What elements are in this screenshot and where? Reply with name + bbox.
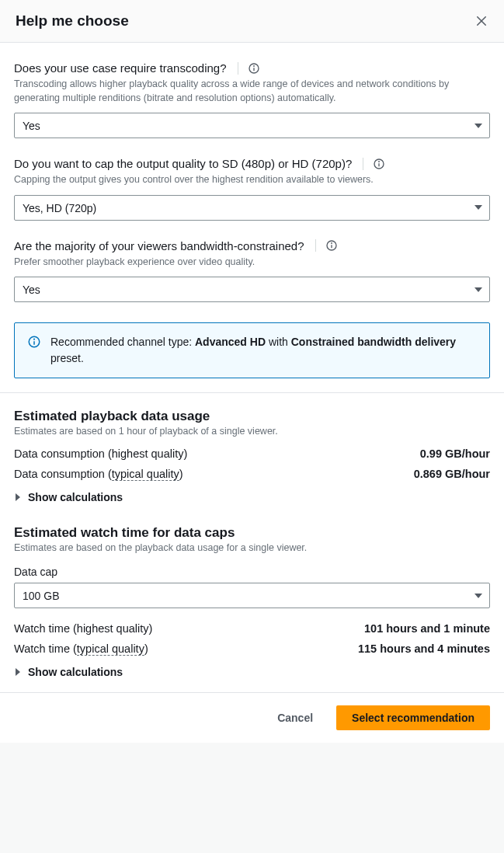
question-bandwidth: Are the majority of your viewers bandwid… xyxy=(14,221,490,303)
watch-row-highest: Watch time (highest quality) 101 hours a… xyxy=(14,622,490,635)
usage-hint: Estimates are based on 1 hour of playbac… xyxy=(14,426,490,437)
svg-point-4 xyxy=(253,65,254,66)
info-icon[interactable] xyxy=(325,239,338,252)
usage-title: Estimated playback data usage xyxy=(14,409,490,424)
row-label: Watch time (highest quality) xyxy=(14,622,152,635)
row-label: Data consumption (typical quality) xyxy=(14,468,183,480)
recommendation-text: Recommended channel type: Advanced HD wi… xyxy=(50,334,477,367)
datacap-select[interactable]: 100 GB xyxy=(14,583,490,608)
rec-type: Advanced HD xyxy=(195,336,266,348)
question-label: Are the majority of your viewers bandwid… xyxy=(14,239,304,252)
row-value: 0.99 GB/hour xyxy=(420,447,490,460)
question-label: Do you want to cap the output quality to… xyxy=(14,157,352,170)
typical-quality-tooltip[interactable]: typical quality xyxy=(77,642,144,656)
dialog-body: Does your use case require transcoding? … xyxy=(0,43,504,692)
row-label: Watch time (typical quality) xyxy=(14,642,148,655)
expander-label: Show calculations xyxy=(28,491,123,503)
rec-suffix: preset. xyxy=(50,352,84,364)
datacap-label: Data cap xyxy=(14,566,490,578)
dialog-header: Help me choose xyxy=(0,0,504,43)
bandwidth-select[interactable]: Yes xyxy=(14,277,490,302)
divider xyxy=(0,392,504,393)
chevron-right-icon xyxy=(14,668,22,676)
info-icon xyxy=(27,335,41,349)
question-hint: Capping the output gives you control ove… xyxy=(14,173,490,187)
show-calculations-watch[interactable]: Show calculations xyxy=(14,666,490,678)
divider xyxy=(363,158,363,170)
question-hint: Prefer smoother playback experience over… xyxy=(14,256,490,270)
divider xyxy=(238,62,238,75)
row-value: 115 hours and 4 minutes xyxy=(358,642,490,655)
rec-prefix: Recommended channel type: xyxy=(50,336,195,348)
info-icon[interactable] xyxy=(373,158,385,170)
close-icon[interactable] xyxy=(474,14,488,28)
question-cap-quality: Do you want to cap the output quality to… xyxy=(14,138,490,221)
svg-marker-17 xyxy=(16,493,20,501)
expander-label: Show calculations xyxy=(28,666,123,678)
row-value: 101 hours and 1 minute xyxy=(364,622,490,635)
row-label: Data consumption (highest quality) xyxy=(14,447,187,460)
svg-point-8 xyxy=(379,161,380,162)
typical-quality-tooltip[interactable]: typical quality xyxy=(112,468,179,481)
info-icon[interactable] xyxy=(248,62,260,75)
dialog-title: Help me choose xyxy=(16,12,129,30)
divider xyxy=(315,239,316,252)
recommendation-box: Recommended channel type: Advanced HD wi… xyxy=(14,322,490,378)
watch-hint: Estimates are based on the playback data… xyxy=(14,542,490,553)
dialog-footer: Cancel Select recommendation xyxy=(0,692,504,743)
watch-row-typical: Watch time (typical quality) 115 hours a… xyxy=(14,642,490,655)
usage-row-typical: Data consumption (typical quality) 0.869… xyxy=(14,468,490,480)
show-calculations-usage[interactable]: Show calculations xyxy=(14,491,490,503)
rec-preset: Constrained bandwidth delivery xyxy=(291,336,456,348)
cap-quality-select[interactable]: Yes, HD (720p) xyxy=(14,195,490,221)
svg-marker-19 xyxy=(16,668,20,676)
question-transcoding: Does your use case require transcoding? … xyxy=(14,43,490,138)
row-value: 0.869 GB/hour xyxy=(414,468,490,480)
rec-middle: with xyxy=(266,336,291,348)
usage-row-highest: Data consumption (highest quality) 0.99 … xyxy=(14,447,490,460)
transcoding-select[interactable]: Yes xyxy=(14,113,490,138)
watch-title: Estimated watch time for data caps xyxy=(14,525,490,541)
select-recommendation-button[interactable]: Select recommendation xyxy=(336,705,490,730)
question-hint: Transcoding allows higher playback quali… xyxy=(14,78,490,105)
cancel-button[interactable]: Cancel xyxy=(262,705,328,730)
svg-point-16 xyxy=(34,339,35,339)
svg-point-12 xyxy=(331,243,332,244)
question-label: Does your use case require transcoding? xyxy=(14,61,227,75)
chevron-right-icon xyxy=(14,493,22,501)
